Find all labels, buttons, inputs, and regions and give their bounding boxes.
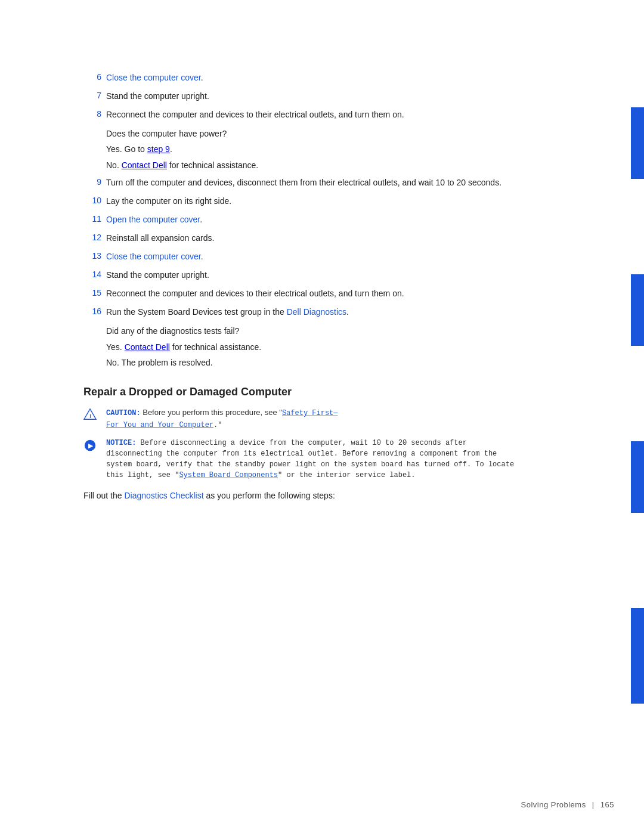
yes-contact: Yes. Contact Dell for technical assistan…	[106, 340, 525, 354]
step-item-9: 9 Turn off the computer and devices, dis…	[83, 176, 525, 189]
yes-go-to: Yes. Go to step 9.	[106, 143, 525, 156]
step-content-10: Lay the computer on its right side.	[106, 195, 525, 208]
step-content-7: Stand the computer upright.	[106, 90, 525, 103]
dell-diagnostics-link[interactable]: Dell Diagnostics	[287, 307, 346, 317]
step-number-8: 8	[83, 109, 101, 119]
close-cover-link-6[interactable]: Close the computer cover	[106, 73, 201, 82]
svg-text:!: !	[89, 413, 91, 419]
caution-text: CAUTION: Before you perform this procedu…	[106, 407, 338, 431]
step-number-6: 6	[83, 72, 101, 82]
sidebar-block-2	[631, 274, 644, 346]
step-number-12: 12	[83, 232, 101, 242]
step-content-8: Reconnect the computer and devices to th…	[106, 109, 525, 121]
step-item-14: 14 Stand the computer upright.	[83, 269, 525, 281]
step-content-9: Turn off the computer and devices, disco…	[106, 176, 525, 189]
step-item-13: 13 Close the computer cover.	[83, 250, 525, 263]
step-number-9: 9	[83, 176, 101, 187]
contact-dell-link-16[interactable]: Contact Dell	[125, 342, 170, 352]
step-content-6: Close the computer cover.	[106, 72, 525, 84]
step9-link[interactable]: step 9	[147, 144, 170, 154]
sidebar-block-1	[631, 107, 644, 179]
step-number-7: 7	[83, 90, 101, 100]
no-contact: No. Contact Dell for technical assistanc…	[106, 159, 525, 172]
step-content-14: Stand the computer upright.	[106, 269, 525, 281]
footer-section: Solving Problems	[521, 800, 586, 809]
step-item-6: 6 Close the computer cover.	[83, 72, 525, 84]
right-sidebar	[631, 0, 644, 833]
no-resolved: No. The problem is resolved.	[106, 356, 525, 369]
diagnostics-question: Did any of the diagnostics tests fail?	[106, 324, 525, 337]
step-number-14: 14	[83, 269, 101, 279]
system-board-link[interactable]: System Board Components	[179, 471, 278, 479]
step-item-12: 12 Reinstall all expansion cards.	[83, 232, 525, 244]
diagnostics-checklist-link[interactable]: Diagnostics Checklist	[124, 491, 203, 500]
close-cover-link-13[interactable]: Close the computer cover	[106, 252, 201, 261]
notice-label: NOTICE:	[106, 439, 136, 447]
caution-icon: !	[83, 408, 101, 423]
step-number-13: 13	[83, 250, 101, 261]
step-item-16: 16 Run the System Board Devices test gro…	[83, 306, 525, 318]
step-content-16: Run the System Board Devices test group …	[106, 306, 525, 318]
sidebar-block-3	[631, 441, 644, 513]
contact-dell-link-8[interactable]: Contact Dell	[122, 160, 167, 170]
step-content-11: Open the computer cover.	[106, 213, 525, 226]
open-cover-link-11[interactable]: Open the computer cover	[106, 215, 200, 224]
svg-text:▶: ▶	[88, 442, 94, 449]
step-item-8: 8 Reconnect the computer and devices to …	[83, 109, 525, 121]
notice-icon: ▶	[83, 439, 101, 454]
power-question: Does the computer have power?	[106, 127, 525, 140]
step-number-11: 11	[83, 213, 101, 224]
footer: Solving Problems | 165	[521, 800, 615, 809]
step-number-10: 10	[83, 195, 101, 205]
step-content-15: Reconnect the computer and devices to th…	[106, 287, 525, 300]
main-content: 6 Close the computer cover. 7 Stand the …	[0, 0, 572, 833]
step-item-15: 15 Reconnect the computer and devices to…	[83, 287, 525, 300]
notice-box: ▶ NOTICE: Before disconnecting a device …	[83, 438, 525, 481]
sub-content-step8: Does the computer have power? Yes. Go to…	[106, 127, 525, 172]
step-number-15: 15	[83, 287, 101, 298]
page-container: 6 Close the computer cover. 7 Stand the …	[0, 0, 644, 833]
step-list-2: 9 Turn off the computer and devices, dis…	[83, 176, 525, 318]
footer-page: 165	[600, 800, 614, 809]
step-content-13: Close the computer cover.	[106, 250, 525, 263]
section-heading: Repair a Dropped or Damaged Computer	[83, 386, 525, 398]
caution-label: CAUTION:	[106, 409, 141, 417]
step-content-12: Reinstall all expansion cards.	[106, 232, 525, 244]
caution-box: ! CAUTION: Before you perform this proce…	[83, 407, 525, 431]
sidebar-block-4	[631, 608, 644, 704]
step-item-7: 7 Stand the computer upright.	[83, 90, 525, 103]
step-list: 6 Close the computer cover. 7 Stand the …	[83, 72, 525, 121]
step-item-10: 10 Lay the computer on its right side.	[83, 195, 525, 208]
step-number-16: 16	[83, 306, 101, 316]
step-item-11: 11 Open the computer cover.	[83, 213, 525, 226]
sub-content-step16: Did any of the diagnostics tests fail? Y…	[106, 324, 525, 369]
footer-divider: |	[592, 800, 595, 809]
notice-text: NOTICE: Before disconnecting a device fr…	[106, 438, 525, 481]
fill-line: Fill out the Diagnostics Checklist as yo…	[83, 489, 525, 502]
